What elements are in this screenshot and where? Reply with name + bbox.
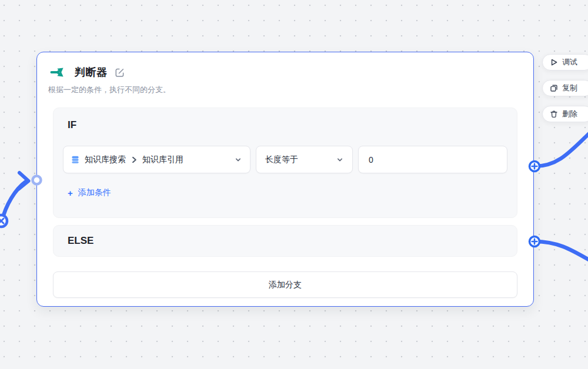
edit-pencil-icon (115, 68, 125, 78)
else-branch-panel: ELSE (53, 225, 517, 257)
variable-node-label: 知识库搜索 (85, 155, 126, 165)
if-label: IF (68, 119, 76, 131)
copy-button[interactable]: 复制 (542, 80, 588, 96)
node-description: 根据一定的条件，执行不同的分支。 (48, 85, 171, 95)
node-toolbar: 调试 复制 删除 (542, 54, 588, 122)
condition-node-card[interactable]: 判断器 根据一定的条件，执行不同的分支。 IF 知识库搜索 (36, 52, 534, 307)
delete-button[interactable]: 删除 (542, 106, 588, 122)
condition-row: 知识库搜索 知识库引用 长度等于 (63, 146, 507, 173)
if-branch-panel: IF 知识库搜索 知识库引用 (53, 108, 517, 218)
knowledge-database-icon (71, 155, 80, 165)
debug-label: 调试 (562, 57, 577, 68)
add-branch-button[interactable]: 添加分支 (53, 271, 517, 298)
chevron-down-icon (336, 156, 343, 163)
workflow-canvas[interactable]: 判断器 根据一定的条件，执行不同的分支。 IF 知识库搜索 (0, 0, 588, 369)
node-input-handle[interactable] (33, 176, 41, 184)
if-branch-plus-handle[interactable] (530, 162, 540, 172)
trash-icon (550, 110, 558, 118)
edge-start-x-icon[interactable] (0, 215, 7, 227)
branch-split-icon (50, 63, 68, 81)
add-condition-label: 添加条件 (78, 187, 111, 198)
copy-icon (550, 84, 558, 92)
chevron-down-icon (235, 156, 242, 163)
play-icon (550, 58, 558, 66)
debug-button[interactable]: 调试 (542, 54, 588, 71)
else-label: ELSE (68, 235, 93, 247)
add-condition-link[interactable]: + 添加条件 (68, 187, 111, 198)
delete-label: 删除 (562, 109, 577, 119)
operator-label: 长度等于 (265, 155, 298, 165)
chevron-right-icon (131, 156, 138, 163)
variable-field-label: 知识库引用 (142, 155, 183, 165)
edge-else-branch[interactable] (534, 241, 588, 260)
copy-label: 复制 (562, 83, 577, 93)
variable-select[interactable]: 知识库搜索 知识库引用 (63, 146, 250, 173)
operator-select[interactable]: 长度等于 (256, 146, 353, 173)
node-title: 判断器 (75, 65, 108, 79)
else-branch-plus-handle[interactable] (530, 237, 540, 247)
edit-title-button[interactable] (115, 68, 125, 78)
node-header: 判断器 (50, 63, 125, 81)
condition-value-input[interactable] (358, 146, 507, 173)
edge-if-branch[interactable] (534, 133, 588, 166)
plus-icon: + (68, 188, 73, 198)
